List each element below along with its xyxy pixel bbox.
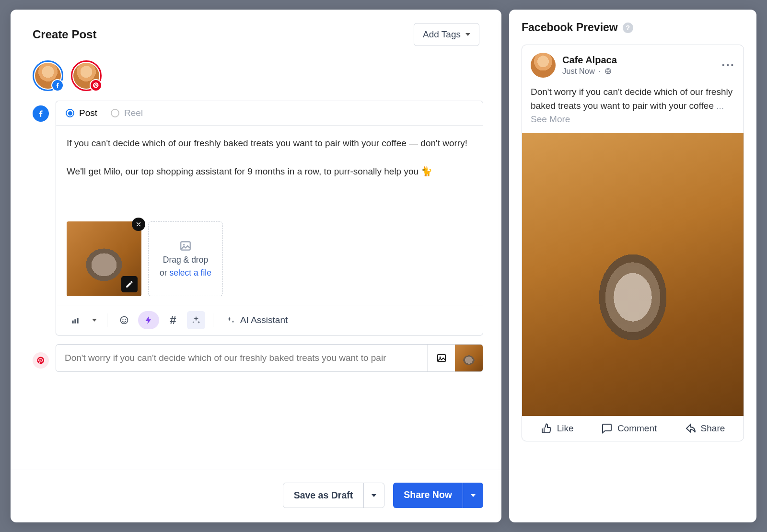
dropzone-line2: or select a file	[160, 268, 211, 278]
meta-separator: ·	[599, 67, 601, 76]
media-library-button[interactable]	[66, 311, 85, 329]
sparkle-button[interactable]	[187, 311, 205, 329]
save-draft-button[interactable]: Save as Draft	[283, 483, 385, 508]
preview-text: Don't worry if you can't decide which of…	[531, 87, 732, 111]
bolt-button[interactable]	[138, 311, 159, 329]
chevron-down-icon	[465, 33, 470, 36]
media-library-dropdown[interactable]	[90, 311, 99, 329]
modal-container: Create Post Add Tags	[11, 10, 756, 522]
svg-point-3	[123, 319, 124, 320]
preview-header: Cafe Alpaca Just Now · ···	[522, 45, 744, 85]
svg-point-1	[183, 244, 185, 245]
facebook-channel-icon	[33, 105, 49, 122]
preview-page-name: Cafe Alpaca	[562, 55, 617, 66]
remove-attachment-button[interactable]	[132, 218, 145, 231]
preview-more-button[interactable]: ···	[721, 62, 735, 69]
attachments-row: Drag & drop or select a file	[56, 221, 483, 305]
comment-button[interactable]: Comment	[601, 423, 657, 434]
pinterest-badge-icon	[90, 79, 102, 92]
globe-icon	[604, 68, 612, 75]
help-icon[interactable]: ?	[623, 23, 633, 33]
tab-reel-label: Reel	[124, 108, 143, 118]
compose-card: Post Reel If you can't decide which of o…	[56, 101, 483, 335]
upload-dropzone[interactable]: Drag & drop or select a file	[148, 221, 223, 296]
preview-body: Don't worry if you can't decide which of…	[522, 85, 744, 133]
post-text-editor[interactable]: If you can't decide which of our freshly…	[56, 126, 483, 221]
preview-avatar	[531, 53, 556, 78]
share-button[interactable]: Share	[685, 423, 725, 434]
post-type-tabs: Post Reel	[56, 101, 483, 126]
pinterest-input-container	[56, 344, 483, 372]
panel-title: Create Post	[33, 28, 96, 41]
emoji-button[interactable]	[115, 311, 133, 329]
share-now-button[interactable]: Share Now	[393, 483, 483, 508]
pinterest-thumbnail[interactable]	[455, 345, 483, 371]
channel-avatar-pinterest[interactable]	[71, 60, 102, 91]
tab-post-label: Post	[79, 108, 97, 118]
comment-label: Comment	[617, 423, 657, 434]
preview-timestamp: Just Now	[562, 67, 595, 76]
hashtag-button[interactable]: #	[164, 311, 182, 329]
facebook-compose-block: Post Reel If you can't decide which of o…	[11, 96, 501, 335]
like-button[interactable]: Like	[541, 423, 574, 434]
preview-meta-col: Cafe Alpaca Just Now ·	[562, 55, 617, 76]
channel-avatar-facebook[interactable]	[33, 60, 63, 91]
save-draft-label: Save as Draft	[283, 483, 364, 508]
pinterest-text-input[interactable]	[56, 353, 427, 363]
create-post-panel: Create Post Add Tags	[11, 10, 501, 522]
panel-footer: Save as Draft Share Now	[11, 470, 501, 522]
attachment-thumbnail[interactable]	[67, 221, 141, 296]
add-tags-button[interactable]: Add Tags	[414, 23, 479, 46]
svg-point-2	[121, 317, 128, 324]
toolbar-divider	[213, 313, 213, 327]
preview-title: Facebook Preview	[522, 21, 618, 34]
chevron-down-icon	[92, 319, 97, 322]
chevron-down-icon	[372, 494, 376, 497]
panel-header: Create Post Add Tags	[11, 10, 501, 51]
facebook-preview-card: Cafe Alpaca Just Now · ··· Don't worry i…	[522, 45, 744, 441]
image-placeholder-icon	[179, 240, 192, 252]
preview-panel: Facebook Preview ? Cafe Alpaca Just Now …	[509, 10, 756, 522]
ai-assistant-button[interactable]: AI Assistant	[221, 312, 292, 328]
share-now-label: Share Now	[393, 483, 463, 508]
preview-title-row: Facebook Preview ?	[522, 21, 744, 34]
ai-assistant-label: AI Assistant	[240, 315, 288, 325]
pinterest-compose-row	[11, 335, 501, 374]
svg-point-6	[439, 357, 441, 358]
tab-reel[interactable]: Reel	[111, 108, 143, 118]
radio-unselected-icon	[111, 109, 119, 117]
like-label: Like	[557, 423, 574, 434]
save-draft-dropdown[interactable]	[363, 483, 384, 508]
radio-selected-icon	[66, 109, 74, 117]
share-label: Share	[701, 423, 725, 434]
channel-avatars	[11, 51, 501, 96]
facebook-badge-icon	[51, 79, 64, 92]
chevron-down-icon	[471, 494, 476, 497]
pinterest-input-right	[427, 345, 483, 371]
dropzone-line1: Drag & drop	[163, 255, 208, 265]
edit-attachment-button[interactable]	[121, 276, 138, 292]
svg-point-4	[125, 319, 126, 320]
select-file-link[interactable]: select a file	[169, 268, 211, 278]
tab-post[interactable]: Post	[66, 108, 97, 118]
pinterest-image-button[interactable]	[427, 345, 455, 371]
share-now-dropdown[interactable]	[463, 483, 483, 508]
add-tags-label: Add Tags	[423, 29, 461, 40]
preview-meta: Just Now ·	[562, 67, 617, 76]
toolbar-divider	[107, 313, 107, 327]
pinterest-channel-icon	[33, 352, 49, 369]
preview-image	[522, 133, 744, 416]
compose-toolbar: # AI Assistant	[56, 305, 483, 335]
preview-actions: Like Comment Share	[522, 416, 744, 441]
